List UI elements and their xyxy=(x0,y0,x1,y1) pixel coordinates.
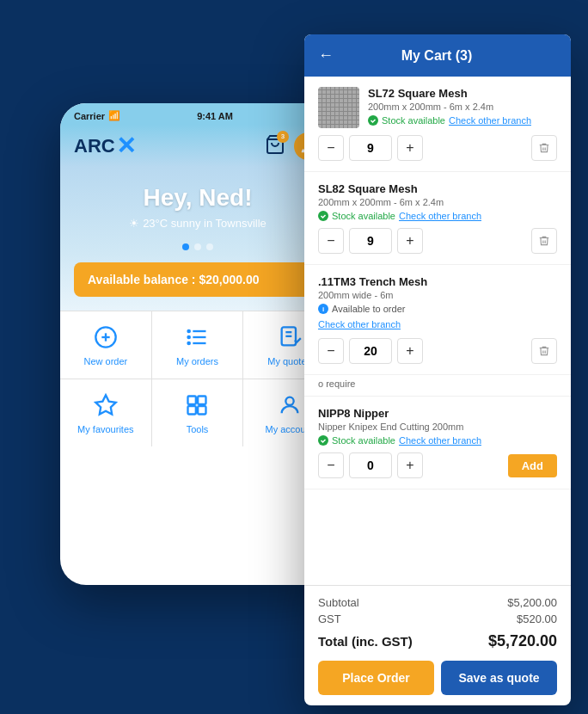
item-1-status-dot xyxy=(368,115,378,126)
item-1-minus-button[interactable]: − xyxy=(318,135,344,161)
item-1-thumbnail xyxy=(318,87,359,128)
place-order-button[interactable]: Place Order xyxy=(318,661,434,695)
mobile-hero: Hey, Ned! ☀ 23°C sunny in Townsville Ava… xyxy=(60,167,335,311)
item-2-qty-row: − 9 + xyxy=(318,228,557,254)
subtotal-label: Subtotal xyxy=(318,596,359,609)
cart-body[interactable]: SL72 Square Mesh 200mm x 200mm - 6m x 2.… xyxy=(304,77,571,585)
item-2-delete-button[interactable] xyxy=(531,228,557,254)
tools-button[interactable]: Tools xyxy=(152,379,244,446)
my-account-icon xyxy=(276,391,303,419)
mobile-app-screen: Carrier 📶 9:41 AM 🔋 ARC ✕ 3 xyxy=(60,103,335,585)
cart-item-2: SL82 Square Mesh 200mm x 200mm - 6m x 2.… xyxy=(304,172,571,265)
my-quotes-icon xyxy=(276,323,303,351)
item-1-branch-link[interactable]: Check other branch xyxy=(449,115,531,126)
nipper-name: NIPP8 Nipper xyxy=(318,407,557,420)
item-2-branch-link[interactable]: Check other branch xyxy=(399,211,481,221)
item-3-qty-row: − 20 + xyxy=(318,338,557,364)
nipper-quantity: 0 xyxy=(349,452,392,478)
svg-point-21 xyxy=(285,397,293,405)
item-2-status-dot xyxy=(318,211,328,221)
svg-point-11 xyxy=(188,336,190,338)
item-2-status-text: Stock available xyxy=(332,211,395,221)
nipper-spec: Nipper Knipex End Cutting 200mm xyxy=(318,422,557,432)
total-label: Total (inc. GST) xyxy=(318,634,413,649)
subtotal-amount: $5,200.00 xyxy=(507,596,557,609)
item-3-status-dot: i xyxy=(318,304,328,314)
cart-panel: ← My Cart (3) SL72 Square Mesh 200mm x 2… xyxy=(304,34,571,705)
item-3-quantity: 20 xyxy=(349,338,392,364)
cart-item-3: .11TM3 Trench Mesh 200mm wide - 6m i Ava… xyxy=(304,265,571,375)
gst-row: GST $520.00 xyxy=(318,612,557,625)
balance-text: Available balance : $20,000.00 xyxy=(88,273,260,286)
subtotal-row: Subtotal $5,200.00 xyxy=(318,596,557,609)
item-2-name: SL82 Square Mesh xyxy=(318,182,557,195)
total-amount: $5,720.00 xyxy=(488,632,557,650)
quick-actions-row2: My favourites Tools My account xyxy=(60,379,335,446)
cart-item-nipper: NIPP8 Nipper Nipper Knipex End Cutting 2… xyxy=(304,397,571,489)
arc-logo: ARC ✕ xyxy=(74,132,136,160)
item-1-quantity: 9 xyxy=(349,135,392,161)
cart-item-1: SL72 Square Mesh 200mm x 200mm - 6m x 2.… xyxy=(304,77,571,172)
item-1-info: SL72 Square Mesh 200mm x 200mm - 6m x 2.… xyxy=(368,87,557,128)
weather-text: 23°C sunny in Townsville xyxy=(143,217,266,230)
svg-marker-16 xyxy=(95,395,115,414)
item-3-plus-button[interactable]: + xyxy=(397,338,423,364)
item-2-plus-button[interactable]: + xyxy=(397,228,423,254)
item-2-status: Stock available Check other branch xyxy=(318,211,557,221)
item-1-name: SL72 Square Mesh xyxy=(368,87,557,100)
item-3-delete-button[interactable] xyxy=(531,338,557,364)
svg-rect-19 xyxy=(188,406,196,414)
nipper-branch-link[interactable]: Check other branch xyxy=(399,435,481,446)
item-1-status-text: Stock available xyxy=(382,115,445,126)
wifi-icon: 📶 xyxy=(108,110,120,121)
svg-rect-18 xyxy=(199,397,206,404)
cart-item-2-top: SL82 Square Mesh 200mm x 200mm - 6m x 2.… xyxy=(318,182,557,221)
new-order-icon xyxy=(92,323,119,351)
nipper-minus-button[interactable]: − xyxy=(318,452,344,478)
item-3-spec: 200mm wide - 6m xyxy=(318,290,557,300)
balance-bar[interactable]: Available balance : $20,000.00 › xyxy=(74,262,322,297)
gst-label: GST xyxy=(318,612,341,625)
item-2-spec: 200mm x 200mm - 6m x 2.4m xyxy=(318,197,557,207)
mobile-header: ARC ✕ 3 xyxy=(60,125,335,167)
nipper-status-dot xyxy=(318,435,328,446)
tools-label: Tools xyxy=(187,424,209,434)
hero-greeting: Hey, Ned! xyxy=(74,184,322,212)
my-favourites-button[interactable]: My favourites xyxy=(60,379,152,446)
my-orders-label: My orders xyxy=(176,356,218,366)
carousel-dots xyxy=(74,243,322,250)
item-2-info: SL82 Square Mesh 200mm x 200mm - 6m x 2.… xyxy=(318,182,557,221)
gst-amount: $520.00 xyxy=(517,612,557,625)
cart-footer: Subtotal $5,200.00 GST $520.00 Total (in… xyxy=(304,585,571,705)
item-1-delete-button[interactable] xyxy=(531,135,557,161)
require-note: o require xyxy=(304,375,571,397)
item-2-quantity: 9 xyxy=(349,228,392,254)
save-as-quote-button[interactable]: Save as quote xyxy=(441,661,557,695)
cart-item-1-top: SL72 Square Mesh 200mm x 200mm - 6m x 2.… xyxy=(318,87,557,128)
dot-1 xyxy=(182,243,189,250)
new-order-label: New order xyxy=(83,356,127,366)
item-3-branch-link[interactable]: Check other branch xyxy=(318,319,401,329)
dot-3 xyxy=(206,243,213,250)
svg-rect-20 xyxy=(199,406,206,414)
footer-buttons: Place Order Save as quote xyxy=(318,661,557,695)
nipper-status-text: Stock available xyxy=(332,435,395,446)
item-3-status-text: Available to order xyxy=(332,304,405,314)
item-1-plus-button[interactable]: + xyxy=(397,135,423,161)
back-button[interactable]: ← xyxy=(318,46,334,65)
svg-rect-17 xyxy=(188,397,196,404)
item-3-minus-button[interactable]: − xyxy=(318,338,344,364)
hero-weather: ☀ 23°C sunny in Townsville xyxy=(74,217,322,230)
nipper-plus-button[interactable]: + xyxy=(397,452,423,478)
require-text: o require xyxy=(318,379,355,389)
item-3-info: .11TM3 Trench Mesh 200mm wide - 6m i Ava… xyxy=(318,275,557,331)
nipper-add-button[interactable]: Add xyxy=(508,454,557,477)
cart-item-3-top: .11TM3 Trench Mesh 200mm wide - 6m i Ava… xyxy=(318,275,557,331)
cart-header: ← My Cart (3) xyxy=(304,34,571,77)
cart-button[interactable]: 3 xyxy=(265,134,285,158)
new-order-button[interactable]: New order xyxy=(60,311,152,379)
time-display: 9:41 AM xyxy=(197,111,233,121)
item-2-minus-button[interactable]: − xyxy=(318,228,344,254)
my-orders-button[interactable]: My orders xyxy=(152,311,244,379)
my-orders-icon xyxy=(183,323,211,351)
